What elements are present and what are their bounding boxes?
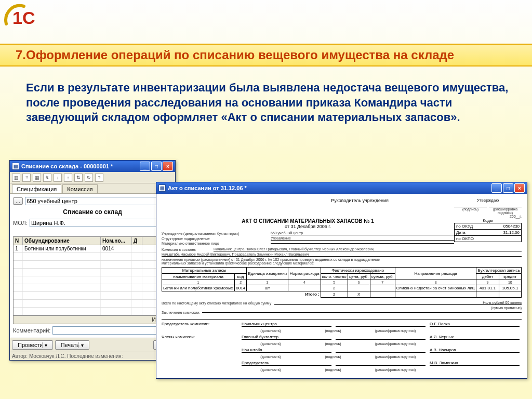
approve-label: Утверждаю (454, 198, 522, 203)
tab-spec[interactable]: Спецификация (12, 184, 61, 193)
comment-input[interactable] (52, 326, 172, 335)
minimize-button[interactable]: _ (140, 162, 150, 171)
help-icon[interactable]: ? (95, 174, 103, 182)
pick-button[interactable]: ... (13, 197, 23, 205)
chevron-down-icon: ▾ (78, 342, 84, 348)
doc-icon: ▤ (158, 184, 166, 192)
mol-label: МОЛ: (13, 220, 28, 226)
toolbar-icon[interactable]: ▦ (33, 174, 41, 182)
toolbar-icon[interactable]: ⇅ (74, 174, 83, 182)
print-button[interactable]: Печать▾ (55, 340, 89, 350)
report-table: Материальные запасы Единица измерения Но… (162, 267, 522, 298)
maximize-button[interactable]: □ (503, 183, 513, 193)
doc-icon: ▤ (12, 163, 19, 170)
close-button[interactable]: × (514, 183, 525, 193)
report-body: Руководитель учреждения Утверждаю (подпи… (156, 194, 527, 378)
toolbar-icon[interactable]: ⌗ (22, 174, 31, 182)
slide-title: 7.Оформление операций по списанию вещево… (16, 48, 454, 62)
grid-total: Итого з (14, 315, 171, 324)
col-n: N (14, 237, 23, 245)
close-button[interactable]: × (163, 162, 173, 171)
win1-toolbar: ▥ ⌗ ▦ ↯ ↓ ↑ ⇅ ↻ ? (10, 172, 175, 183)
col-d: Д (132, 237, 142, 245)
table-row[interactable]: 1 Ботинки или полуботинки 0014 (14, 245, 171, 253)
mol-input[interactable] (30, 219, 172, 227)
logo-1c-svg: 1C (3, 3, 41, 28)
chevron-down-icon: ▾ (42, 342, 47, 348)
slide-title-bar: 7.Оформление операций по списанию вещево… (0, 44, 532, 66)
post-button[interactable]: Провести▾ (12, 340, 53, 350)
minimize-button[interactable]: _ (491, 183, 502, 193)
items-grid[interactable]: N Обмундирование Ном.но... Д 1 Ботинки и… (13, 236, 172, 324)
form-title: Списание со склад (13, 206, 172, 218)
win2-titlebar[interactable]: ▤ Акт о списании от 31.12.06 * _ □ × (156, 182, 527, 194)
win1-titlebar[interactable]: ▤ Списание со склада - 00000001 * _ □ × (10, 161, 175, 172)
toolbar-icon[interactable]: ↑ (64, 174, 72, 182)
table-row: Ботинки или полуботинки хромовые 0014 шт… (162, 285, 522, 291)
head-inst: Руководитель учреждения (331, 198, 389, 203)
win1-tabs: Спецификация Комиссия (10, 183, 175, 194)
svg-text:1C: 1C (12, 8, 35, 28)
col-nom: Ном.но... (101, 237, 132, 245)
slide-paragraph: Если в результате инвентаризации была вы… (26, 81, 511, 125)
toolbar-icon[interactable]: ▥ (12, 174, 20, 182)
toolbar-icon[interactable]: ↻ (85, 174, 93, 182)
tab-commission[interactable]: Комиссия (62, 184, 97, 193)
win2-title: Акт о списании от 31.12.06 * (168, 185, 247, 191)
logo-1c: 1C (3, 3, 41, 30)
comment-label: Комментарий: (13, 327, 50, 334)
win1-title: Списание со склада - 00000001 * (21, 163, 113, 169)
maximize-button[interactable]: □ (151, 162, 162, 171)
col-item: Обмундирование (23, 237, 101, 245)
toolbar-icon[interactable]: ↓ (54, 174, 62, 182)
status-bar: Автор: Московчук Л.С. Последние изменени… (10, 352, 175, 360)
org-input[interactable] (25, 197, 172, 205)
toolbar-icon[interactable]: ↯ (43, 174, 51, 182)
